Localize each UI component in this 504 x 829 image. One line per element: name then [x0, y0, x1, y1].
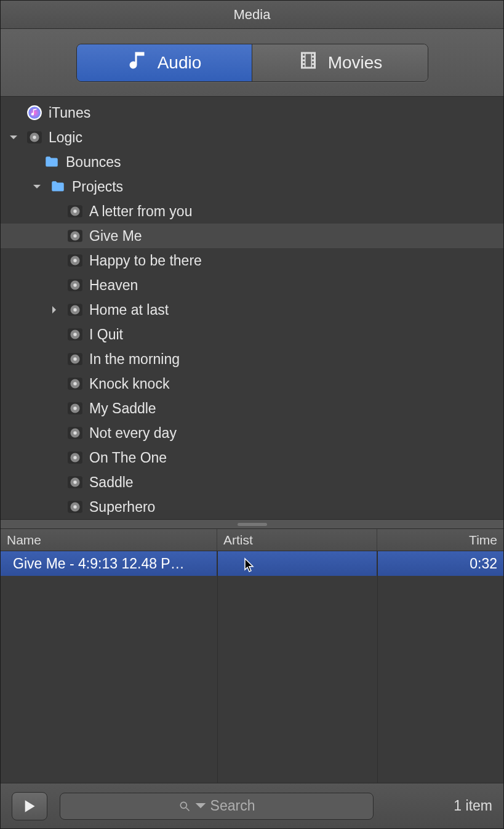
source-item-label: Superhero: [89, 499, 155, 516]
source-item-bounces[interactable]: Bounces: [1, 150, 503, 174]
source-item-label: My Saddle: [89, 400, 156, 417]
source-item-label: A letter from you: [89, 203, 192, 220]
source-item-label: Give Me: [89, 228, 142, 245]
svg-point-22: [73, 333, 76, 336]
source-item-project[interactable]: Saddle: [1, 470, 503, 495]
logic-project-icon: [67, 400, 83, 416]
folder-icon: [44, 154, 60, 170]
folder-icon: [50, 179, 66, 195]
svg-point-16: [73, 283, 76, 286]
chevron-down-icon: [194, 800, 207, 812]
tab-movies[interactable]: Movies: [252, 44, 428, 81]
window-titlebar: Media: [1, 1, 503, 29]
source-item-label: On The One: [89, 450, 167, 466]
svg-point-28: [73, 382, 76, 385]
logic-project-icon: [67, 376, 83, 392]
itunes-icon: [26, 105, 42, 121]
source-item-project[interactable]: A letter from you: [1, 199, 503, 224]
source-item-project[interactable]: In the morning: [1, 347, 503, 371]
source-item-label: Happy to be there: [89, 253, 202, 269]
source-item-label: Projects: [72, 179, 123, 195]
film-icon: [297, 49, 319, 76]
svg-line-51: [186, 807, 189, 811]
source-item-logic[interactable]: Logic: [1, 125, 503, 150]
column-separator: [377, 551, 378, 783]
play-button[interactable]: [12, 792, 47, 820]
search-icon: [178, 800, 191, 812]
tab-audio[interactable]: Audio: [77, 44, 252, 81]
logic-project-icon: [67, 450, 83, 466]
svg-point-13: [73, 259, 76, 262]
pane-splitter[interactable]: [1, 519, 503, 529]
svg-point-34: [73, 431, 76, 434]
logic-project-icon: [67, 203, 83, 219]
source-item-projects[interactable]: Projects: [1, 174, 503, 199]
tab-audio-label: Audio: [158, 53, 202, 73]
splitter-grip-icon: [238, 523, 267, 526]
toolbar: Audio Movies: [1, 29, 503, 97]
column-header-name[interactable]: Name: [1, 529, 217, 551]
source-item-project[interactable]: Not every day: [1, 421, 503, 445]
column-header-time[interactable]: Time: [377, 529, 503, 551]
svg-point-7: [73, 209, 76, 212]
svg-point-1: [28, 107, 41, 119]
source-item-label: Saddle: [89, 474, 134, 491]
source-item-project[interactable]: Knock knock: [1, 371, 503, 396]
table-row[interactable]: Give Me - 4:9:13 12.48 P… 0:32: [1, 551, 503, 576]
disclosure-down-icon[interactable]: [30, 180, 44, 193]
column-separator: [217, 551, 218, 783]
logic-project-icon: [67, 277, 83, 293]
source-item-project[interactable]: Home at last: [1, 297, 503, 322]
svg-point-40: [73, 480, 76, 483]
tab-movies-label: Movies: [328, 53, 383, 73]
logic-project-icon: [67, 474, 83, 490]
bottom-bar: Search 1 item: [1, 783, 503, 828]
svg-point-25: [73, 357, 76, 360]
source-item-label: Logic: [49, 129, 82, 146]
source-tree[interactable]: iTunes Logic Bounces: [1, 97, 503, 519]
logic-project-icon: [67, 351, 83, 367]
source-item-label: Knock knock: [89, 376, 169, 392]
source-item-project[interactable]: Give Me: [1, 224, 503, 248]
source-item-itunes[interactable]: iTunes: [1, 100, 503, 125]
source-item-project[interactable]: Superhero: [1, 495, 503, 519]
source-item-project[interactable]: My Saddle: [1, 396, 503, 421]
svg-point-31: [73, 406, 76, 410]
source-item-label: iTunes: [49, 105, 90, 121]
source-item-project[interactable]: Heaven: [1, 273, 503, 297]
disclosure-right-icon[interactable]: [47, 303, 61, 317]
disclosure-down-icon[interactable]: [7, 131, 20, 144]
svg-point-50: [180, 802, 186, 808]
logic-project-icon: [67, 302, 83, 318]
source-item-label: Bounces: [66, 154, 121, 171]
svg-point-43: [73, 505, 76, 508]
svg-point-37: [73, 456, 76, 459]
column-header-artist[interactable]: Artist: [217, 529, 377, 551]
source-item-label: Home at last: [89, 302, 169, 318]
source-item-label: I Quit: [89, 326, 123, 343]
source-item-label: In the morning: [89, 351, 180, 368]
status-item-count: 1 item: [454, 798, 492, 814]
logic-app-icon: [26, 129, 42, 145]
music-note-icon: [127, 49, 149, 76]
cell-name: Give Me - 4:9:13 12.48 P…: [13, 556, 185, 572]
media-window: Media Audio Movies iTunes: [0, 0, 504, 829]
search-placeholder: Search: [210, 798, 255, 814]
cell-time: 0:32: [470, 556, 497, 572]
source-item-project[interactable]: On The One: [1, 445, 503, 470]
table-header: Name Artist Time: [1, 529, 503, 551]
window-title: Media: [234, 7, 271, 23]
search-input[interactable]: Search: [60, 793, 374, 820]
svg-point-4: [33, 135, 36, 139]
play-icon: [23, 799, 36, 813]
logic-project-icon: [67, 499, 83, 515]
source-item-label: Heaven: [89, 277, 138, 294]
source-item-project[interactable]: I Quit: [1, 322, 503, 347]
svg-point-10: [73, 234, 76, 237]
media-type-segmented: Audio Movies: [76, 44, 428, 82]
logic-project-icon: [67, 425, 83, 441]
table-body[interactable]: Give Me - 4:9:13 12.48 P… 0:32: [1, 551, 503, 783]
logic-project-icon: [67, 228, 83, 244]
source-item-project[interactable]: Happy to be there: [1, 248, 503, 273]
svg-point-19: [73, 308, 76, 311]
